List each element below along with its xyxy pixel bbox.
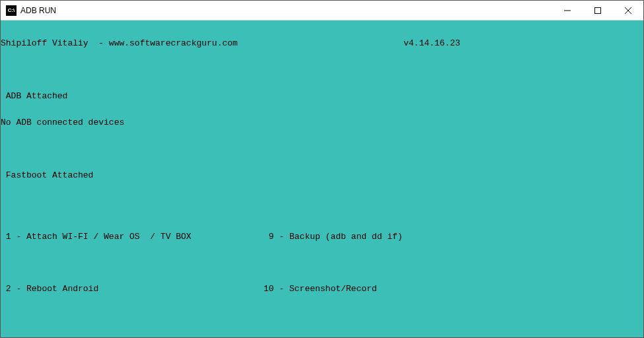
close-icon — [625, 7, 631, 14]
minimize-icon — [564, 7, 571, 14]
menu-item-10: 10 - Screenshot/Record — [264, 285, 643, 293]
version-text: v4.14.16.23 — [404, 39, 460, 48]
maximize-icon — [594, 7, 601, 14]
close-button[interactable] — [613, 1, 643, 20]
app-icon: C:\ — [6, 5, 17, 16]
header-line: Shipiloff Vitaliy - www.softwarecrackgur… — [1, 39, 643, 48]
menu-item-3: 3 - Fastboot (Flash/Erase) — [1, 337, 264, 337]
svg-rect-1 — [595, 7, 601, 13]
window-title: ADB RUN — [20, 6, 552, 15]
menu-item-1: 1 - Attach WI-FI / Wear OS / TV BOX — [1, 232, 264, 241]
app-window: C:\ ADB RUN Shipiloff Vitaliy - www.soft… — [0, 0, 644, 338]
author-text: Shipiloff Vitaliy - www.softwarecrackgur… — [1, 39, 404, 48]
menu-item-11: 11 - Install/Uninstall Android App (APK) — [264, 337, 643, 337]
no-devices-line: No ADB connected devices — [1, 118, 643, 127]
titlebar: C:\ ADB RUN — [1, 1, 643, 20]
menu-row-3: 3 - Fastboot (Flash/Erase)11 - Install/U… — [1, 337, 643, 337]
window-controls — [552, 1, 643, 20]
menu-item-9: 9 - Backup (adb and dd if) — [264, 232, 643, 241]
menu-item-2: 2 - Reboot Android — [1, 285, 264, 293]
terminal-area[interactable]: Shipiloff Vitaliy - www.softwarecrackgur… — [1, 20, 643, 337]
maximize-button[interactable] — [583, 1, 613, 20]
fastboot-attached-line: Fastboot Attached — [1, 171, 643, 180]
minimize-button[interactable] — [552, 1, 583, 20]
menu-row-2: 2 - Reboot Android10 - Screenshot/Record — [1, 285, 643, 293]
adb-attached-line: ADB Attached — [1, 92, 643, 101]
menu-row-1: 1 - Attach WI-FI / Wear OS / TV BOX 9 - … — [1, 232, 643, 241]
